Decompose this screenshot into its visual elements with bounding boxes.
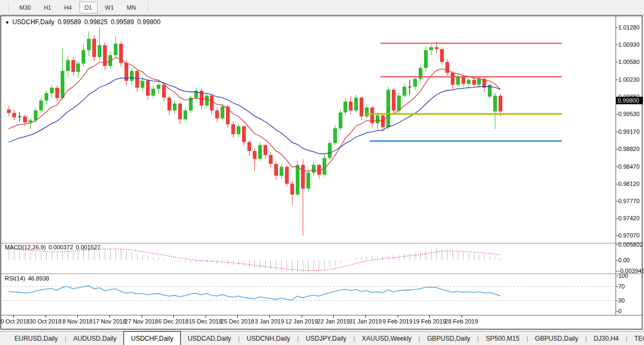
toolbar-separator xyxy=(148,2,149,13)
tab-usdcad-daily[interactable]: USDCAD,Daily xyxy=(181,332,238,345)
macd-indicator-label: MACD(12,26,9)0.0003720.001527 xyxy=(5,244,100,250)
chart-title: ▼USDCHF,Daily0.995890.998250.995890.9980… xyxy=(5,18,160,26)
timeframe-button-h4[interactable]: H4 xyxy=(58,2,77,13)
tab-usdcnh-daily[interactable]: USDCNH,Daily xyxy=(239,332,297,345)
chart-canvas[interactable] xyxy=(1,16,642,329)
date-axis-label: 8 Nov 2018 xyxy=(62,318,92,325)
chart-tabs: EURUSD,Daily|AUDUSD,DailyUSDCHF,DailyUSD… xyxy=(8,332,644,345)
date-axis-label: 25 Dec 2018 xyxy=(221,318,254,325)
ohlc-close: 0.99800 xyxy=(137,18,160,26)
timeframe-button-h1[interactable]: H1 xyxy=(38,2,56,13)
tab-sp500-m15[interactable]: SP500,M15 xyxy=(479,332,526,345)
macd-signal-value: 0.001527 xyxy=(76,244,100,250)
price-axis-label: 0.97070 xyxy=(618,232,640,239)
date-axis-label: 17 Nov 2018 xyxy=(93,318,126,325)
tab-usdjpy-daily[interactable]: USDJPY,Daily xyxy=(299,332,354,345)
price-axis-label: 1.00230 xyxy=(618,76,640,83)
date-axis-label: 19 Feb 2019 xyxy=(413,318,446,325)
date-axis-label: 3 Jan 2019 xyxy=(255,318,284,325)
ohlc-high: 0.99825 xyxy=(84,18,107,26)
ohlc-open: 0.99589 xyxy=(58,18,81,26)
price-axis-label: 0.99530 xyxy=(618,111,640,117)
rsi-name: RSI(14) xyxy=(5,275,25,282)
toolbar-separator xyxy=(9,2,10,13)
rsi-indicator-label: RSI(14)46.8938 xyxy=(5,275,49,282)
date-axis-label: 15 Dec 2018 xyxy=(189,318,222,325)
date-axis-label: 30 Oct 2018 xyxy=(30,318,62,325)
tab-xauusd-weekly[interactable]: XAUUSD,Weekly xyxy=(355,332,418,345)
date-axis-label: 28 Feb 2019 xyxy=(445,318,478,325)
price-axis-label: 0.99170 xyxy=(618,128,640,135)
date-axis-label: 31 Jan 2019 xyxy=(349,318,382,325)
timeframe-toolbar: M30H1H4D1W1MN xyxy=(0,0,644,15)
tab-eurusd-daily[interactable]: EURUSD,Daily xyxy=(8,332,65,345)
date-axis-label: 6 Dec 2018 xyxy=(158,318,188,325)
price-axis-label: 0.97420 xyxy=(618,215,640,221)
collapse-indicator-icon[interactable]: ▼ xyxy=(5,20,10,25)
chart-window: ▼USDCHF,Daily0.995890.998250.995890.9980… xyxy=(1,16,642,329)
macd-main-value: 0.000372 xyxy=(48,244,73,250)
date-axis-label: 12 Jan 2019 xyxy=(285,318,318,325)
tab-audusd-daily[interactable]: AUDUSD,Daily xyxy=(67,332,124,345)
timeframe-button-d1[interactable]: D1 xyxy=(79,2,98,13)
timeframe-button-w1[interactable]: W1 xyxy=(100,2,120,13)
date-axis-label: 20 Oct 2018 xyxy=(0,318,30,325)
chart-tabbar: EURUSD,Daily|AUDUSD,DailyUSDCHF,DailyUSD… xyxy=(0,331,644,345)
price-axis-label: 0.97770 xyxy=(618,198,640,204)
price-axis-label: 1.01280 xyxy=(618,24,640,31)
mt4-terminal: { "icons": { "collapse": "▼", "scroll_le… xyxy=(0,0,644,345)
rsi-axis-label: 30 xyxy=(618,297,625,304)
rsi-value: 46.8938 xyxy=(28,275,49,282)
current-price-tag: 0.99800 xyxy=(616,97,643,104)
macd-name: MACD(12,26,9) xyxy=(5,244,46,250)
price-axis-label: 0.98470 xyxy=(618,163,640,170)
price-axis-label: 0.98820 xyxy=(618,146,640,152)
date-axis-label: 27 Nov 2018 xyxy=(125,318,158,325)
timeframe-button-mn[interactable]: MN xyxy=(121,2,141,13)
macd-axis-label: 0.00 xyxy=(618,257,630,263)
tab-gbpusd-daily[interactable]: GBPUSD,Daily xyxy=(528,332,586,345)
timeframe-button-m30[interactable]: M30 xyxy=(14,2,36,13)
timeframe-buttons: M30H1H4D1W1MN xyxy=(14,2,143,13)
price-axis-label: 1.00580 xyxy=(618,59,640,65)
price-axis-label: 0.98120 xyxy=(618,181,640,187)
date-axis-label: 9 Feb 2019 xyxy=(383,318,413,325)
date-axis-label: 22 Jan 2019 xyxy=(317,318,350,325)
macd-axis-label: 0.005802 xyxy=(618,241,643,248)
rsi-axis-label: 100 xyxy=(618,272,628,279)
tab-dj30-h4[interactable]: DJ30,H4 xyxy=(587,332,626,345)
tab-gbpusd-daily[interactable]: GBPUSD,Daily xyxy=(420,332,478,345)
tab-tech100-i[interactable]: TECH100,I xyxy=(627,332,644,345)
rsi-axis-label: 0 xyxy=(618,308,621,314)
ohlc-low: 0.99589 xyxy=(111,18,134,26)
price-axis-label: 1.00930 xyxy=(618,41,640,48)
rsi-axis-label: 70 xyxy=(618,283,625,290)
symbol-name: USDCHF,Daily xyxy=(12,18,55,26)
tab-usdchf-daily[interactable]: USDCHF,Daily xyxy=(123,331,181,345)
